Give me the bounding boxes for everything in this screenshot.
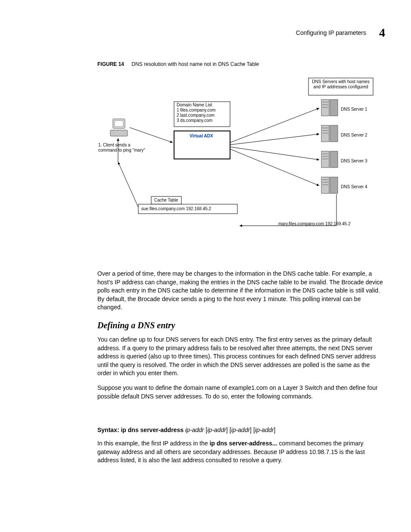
dns-server-3-label: DNS Server 3 xyxy=(341,159,367,164)
syntax-command: ip dns server-address xyxy=(121,426,184,433)
dns-server-2-label: DNS Server 2 xyxy=(341,133,367,138)
syntax-arg-1: ip-addr xyxy=(185,426,204,433)
paragraph-2: You can define up to four DNS servers fo… xyxy=(97,336,385,378)
response-entry: mary.files.company.com 192.169.45.2 xyxy=(278,221,351,227)
paragraph-4: In this example, the first IP address in… xyxy=(97,439,385,465)
svg-rect-22 xyxy=(330,177,338,193)
svg-rect-17 xyxy=(330,151,338,168)
server-icon xyxy=(321,100,338,116)
syntax-line: Syntax: ip dns server-address ip-addr [i… xyxy=(97,426,385,433)
svg-rect-7 xyxy=(330,100,338,116)
dns-server-1-label: DNS Server 1 xyxy=(341,107,367,112)
domain-list-1: 1 files.company.com xyxy=(177,108,215,113)
svg-line-35 xyxy=(118,162,138,207)
figure-caption: FIGURE 14 DNS resolution with host name … xyxy=(97,61,385,67)
paragraph-1: Over a period of time, there may be chan… xyxy=(97,270,385,312)
dns-server-4-label: DNS Server 4 xyxy=(341,184,367,190)
svg-line-32 xyxy=(230,149,319,186)
svg-line-29 xyxy=(230,108,319,143)
domain-list-2: 2 last.company.com xyxy=(177,113,215,118)
virtual-adx-label: Virtual ADX xyxy=(190,134,213,139)
svg-line-28 xyxy=(130,128,173,143)
svg-rect-5 xyxy=(110,130,128,136)
domain-list-3: 3 ds.company.com xyxy=(177,118,212,123)
server-icon xyxy=(321,151,338,168)
syntax-arg-3: ip-addr xyxy=(231,426,250,433)
dns-servers-header: DNS Servers with host names and IP addre… xyxy=(311,79,371,90)
syntax-arg-4: ip-addr xyxy=(255,426,274,433)
chapter-number: 4 xyxy=(379,26,385,40)
syntax-label: Syntax: xyxy=(97,426,119,433)
svg-rect-4 xyxy=(115,121,123,127)
svg-rect-12 xyxy=(330,125,338,142)
figure-label: FIGURE 14 xyxy=(97,61,124,67)
para4-bold: ip dns server-address... xyxy=(209,440,277,447)
cache-table-title: Cache Table xyxy=(154,198,178,203)
cache-entry: sue.files.company.com 192.168.45.2 xyxy=(141,206,211,212)
client-note: 1. Client sends a command to ping "mary" xyxy=(98,143,146,153)
syntax-arg-2: ip-addr xyxy=(207,426,226,433)
paragraph-3: Suppose you want to define the domain na… xyxy=(97,384,385,401)
page-header: Configuring IP parameters 4 xyxy=(97,26,385,40)
server-icon xyxy=(321,125,338,142)
header-title: Configuring IP parameters xyxy=(296,29,366,36)
svg-line-31 xyxy=(230,147,319,160)
domain-list-title: Domain Name List xyxy=(177,103,212,108)
dns-diagram: DNS Servers with host names and IP addre… xyxy=(97,76,386,252)
para4-a: In this example, the first IP address in… xyxy=(97,440,209,447)
section-heading-defining-dns: Defining a DNS entry xyxy=(97,320,385,330)
server-icon xyxy=(321,177,338,193)
svg-line-30 xyxy=(230,134,319,145)
figure-caption-text: DNS resolution with host name not in DNS… xyxy=(131,61,259,67)
